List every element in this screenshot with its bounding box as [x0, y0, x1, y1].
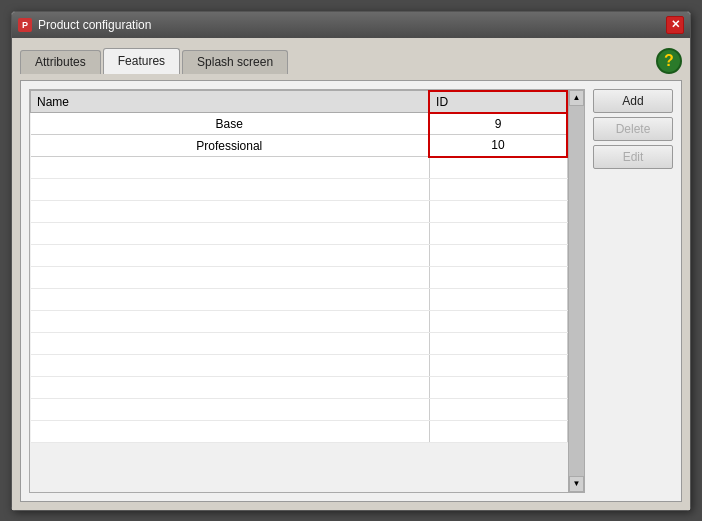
table-row-empty	[31, 311, 568, 333]
delete-button[interactable]: Delete	[593, 117, 673, 141]
features-table-container: Name ID Base 9 Professional 10	[29, 89, 585, 493]
tab-splash-screen[interactable]: Splash screen	[182, 50, 288, 74]
table-row-empty	[31, 289, 568, 311]
close-button[interactable]: ✕	[666, 16, 684, 34]
table-scroll-content: Name ID Base 9 Professional 10	[30, 90, 568, 492]
table-row-empty	[31, 355, 568, 377]
tab-content: Name ID Base 9 Professional 10	[20, 80, 682, 502]
table-row[interactable]: Professional 10	[31, 135, 568, 157]
window-title: Product configuration	[38, 18, 151, 32]
scroll-track[interactable]	[569, 106, 584, 476]
button-panel: Add Delete Edit	[593, 89, 673, 493]
scroll-up-button[interactable]: ▲	[569, 90, 584, 106]
table-row[interactable]: Base 9	[31, 113, 568, 135]
app-icon: P	[18, 18, 32, 32]
row-id: 10	[429, 135, 567, 157]
table-row-empty	[31, 421, 568, 443]
title-bar-left: P Product configuration	[18, 18, 151, 32]
main-window: P Product configuration ✕ Attributes Fea…	[11, 11, 691, 511]
tab-attributes[interactable]: Attributes	[20, 50, 101, 74]
table-row-empty	[31, 223, 568, 245]
column-name: Name	[31, 91, 430, 113]
table-row-empty	[31, 267, 568, 289]
window-body: Attributes Features Splash screen ? Name…	[12, 38, 690, 510]
row-name: Professional	[31, 135, 430, 157]
row-id: 9	[429, 113, 567, 135]
scroll-down-button[interactable]: ▼	[569, 476, 584, 492]
table-row-empty	[31, 179, 568, 201]
vertical-scrollbar[interactable]: ▲ ▼	[568, 90, 584, 492]
table-row-empty	[31, 201, 568, 223]
table-row-empty	[31, 333, 568, 355]
row-name: Base	[31, 113, 430, 135]
tab-bar: Attributes Features Splash screen ?	[20, 46, 682, 74]
table-row-empty	[31, 377, 568, 399]
table-row-empty	[31, 399, 568, 421]
add-button[interactable]: Add	[593, 89, 673, 113]
table-row-empty	[31, 157, 568, 179]
table-row-empty	[31, 245, 568, 267]
features-table: Name ID Base 9 Professional 10	[30, 90, 568, 444]
title-bar: P Product configuration ✕	[12, 12, 690, 38]
tab-features[interactable]: Features	[103, 48, 180, 74]
edit-button[interactable]: Edit	[593, 145, 673, 169]
column-id: ID	[429, 91, 567, 113]
help-icon[interactable]: ?	[656, 48, 682, 74]
